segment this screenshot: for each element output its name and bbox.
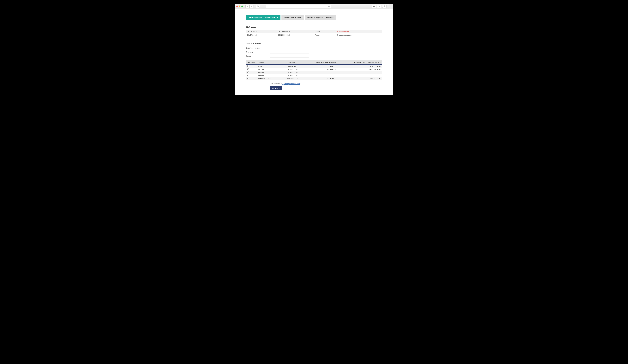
back-button[interactable] <box>245 5 249 8</box>
row-select-checkbox[interactable] <box>247 78 249 79</box>
cell-number: 84950000001 <box>282 77 303 80</box>
available-numbers-table: Выбрать Страна Номер Плата за подключени… <box>246 60 382 80</box>
order-button[interactable]: Заказать <box>270 86 282 90</box>
my-numbers-table: 29.05.201878120000012РоссияК отключению3… <box>246 30 382 37</box>
country-label: Страна <box>246 51 270 53</box>
window-controls <box>236 5 243 7</box>
cell-select <box>246 71 256 74</box>
svg-rect-4 <box>384 6 385 7</box>
order-tabs: Заказ прямых городских номеров Заказ ном… <box>246 15 382 20</box>
row-select-checkbox[interactable] <box>247 65 249 67</box>
cell-select <box>246 64 256 68</box>
cell-number: 78120000012 <box>277 30 314 33</box>
cell-number: 78120000019 <box>282 74 303 77</box>
city-input[interactable] <box>270 54 309 58</box>
agree-block: Согласен с договором-офертой* <box>270 83 382 85</box>
svg-rect-3 <box>384 6 385 7</box>
cell-select <box>246 77 256 80</box>
cell-monthly: 122.70 RUB <box>337 77 382 80</box>
cell-country: Москва <box>256 64 282 68</box>
table-row: Москва74993461435858.90 RUB674.85 RUB <box>246 64 382 68</box>
share-button[interactable] <box>377 5 381 8</box>
country-input[interactable] <box>270 50 309 54</box>
table-row: Viet Nam - Fixed8495000000161.35 RUB122.… <box>246 77 382 80</box>
new-tab-button[interactable] <box>389 4 393 9</box>
col-select: Выбрать <box>246 60 256 64</box>
table-row: Россия78120000019 <box>246 74 382 77</box>
cell-monthly <box>337 74 382 77</box>
cell-status: В использовании <box>336 33 382 37</box>
forward-button[interactable] <box>249 5 253 8</box>
cell-monthly <box>337 71 382 74</box>
quick-search-label: Быстрый поиск <box>246 47 270 49</box>
agree-suffix: * <box>300 83 301 85</box>
cell-select <box>246 74 256 77</box>
table-row: Россия781200000142 024.54 RUB2 699.39 RU… <box>246 68 382 71</box>
toolbar-right <box>372 5 387 8</box>
cell-conn-fee <box>303 71 337 74</box>
browser-window: Заказ прямых городских номеров Заказ ном… <box>235 4 393 95</box>
reload-icon[interactable] <box>328 5 330 7</box>
tabs-button[interactable] <box>382 5 387 8</box>
sidebar-button[interactable] <box>256 5 260 8</box>
nav-buttons-group <box>245 5 253 8</box>
table-row: Россия78120000017 <box>246 71 382 74</box>
offer-link[interactable]: договором-офертой <box>282 83 300 85</box>
tabs-icon <box>384 5 386 7</box>
cell-country: Россия <box>256 71 282 74</box>
minimize-window-button[interactable] <box>239 5 240 7</box>
cell-number: 78120000014 <box>282 68 303 71</box>
cell-conn-fee <box>303 74 337 77</box>
cell-country: Россия <box>314 30 336 33</box>
download-icon <box>373 5 375 7</box>
downloads-button[interactable] <box>372 5 376 8</box>
cell-number: 78120000015 <box>277 33 314 37</box>
order-number-heading: Заказать номер <box>246 42 382 44</box>
chevron-right-icon <box>250 5 252 7</box>
tab-8800[interactable]: Заказ номера 8-800 <box>281 15 304 20</box>
share-icon <box>378 5 380 7</box>
row-select-checkbox[interactable] <box>247 75 249 76</box>
cell-date: 29.05.2018 <box>246 30 277 33</box>
filters: Быстрый поиск Страна Город <box>246 46 382 58</box>
page-content: Заказ прямых городских номеров Заказ ном… <box>235 9 393 95</box>
sidebar-icon <box>257 5 259 7</box>
plus-icon <box>390 5 392 7</box>
cell-conn-fee: 61.35 RUB <box>303 77 337 80</box>
col-country: Страна <box>256 60 282 64</box>
city-label: Город <box>246 55 270 57</box>
col-conn-fee: Плата за подключение <box>303 60 337 64</box>
row-select-checkbox[interactable] <box>247 71 249 73</box>
cell-number: 78120000017 <box>282 71 303 74</box>
my-number-heading: Мой номер <box>246 26 382 28</box>
cell-country: Россия <box>256 74 282 77</box>
url-bar[interactable] <box>266 5 331 8</box>
agree-checkbox[interactable] <box>270 83 272 84</box>
maximize-window-button[interactable] <box>241 5 243 7</box>
close-window-button[interactable] <box>236 5 238 7</box>
tab-other-provider[interactable]: Номер от другого провайдера <box>305 15 336 20</box>
cell-conn-fee: 2 024.54 RUB <box>303 68 337 71</box>
col-monthly: Абонентская плата (за месяц) <box>337 60 382 64</box>
table-row: 31.07.201878120000015РоссияВ использован… <box>246 33 382 37</box>
cell-monthly: 674.85 RUB <box>337 64 382 68</box>
titlebar <box>235 4 393 9</box>
cell-number: 74993461435 <box>282 64 303 68</box>
agree-prefix: Согласен с <box>272 83 282 85</box>
cell-status: К отключению <box>336 30 382 33</box>
quick-search-input[interactable] <box>270 46 309 50</box>
cell-country: Россия <box>314 33 336 37</box>
cell-country: Россия <box>256 68 282 71</box>
chevron-left-icon <box>246 5 248 7</box>
cell-monthly: 2 699.39 RUB <box>337 68 382 71</box>
row-select-checkbox[interactable] <box>247 68 249 70</box>
tab-city-numbers[interactable]: Заказ прямых городских номеров <box>246 15 280 20</box>
cell-conn-fee: 858.90 RUB <box>303 64 337 68</box>
cell-date: 31.07.2018 <box>246 33 277 37</box>
table-row: 29.05.201878120000012РоссияК отключению <box>246 30 382 33</box>
col-number: Номер <box>282 60 303 64</box>
cell-country: Viet Nam - Fixed <box>256 77 282 80</box>
svg-rect-0 <box>257 6 258 7</box>
cell-select <box>246 68 256 71</box>
